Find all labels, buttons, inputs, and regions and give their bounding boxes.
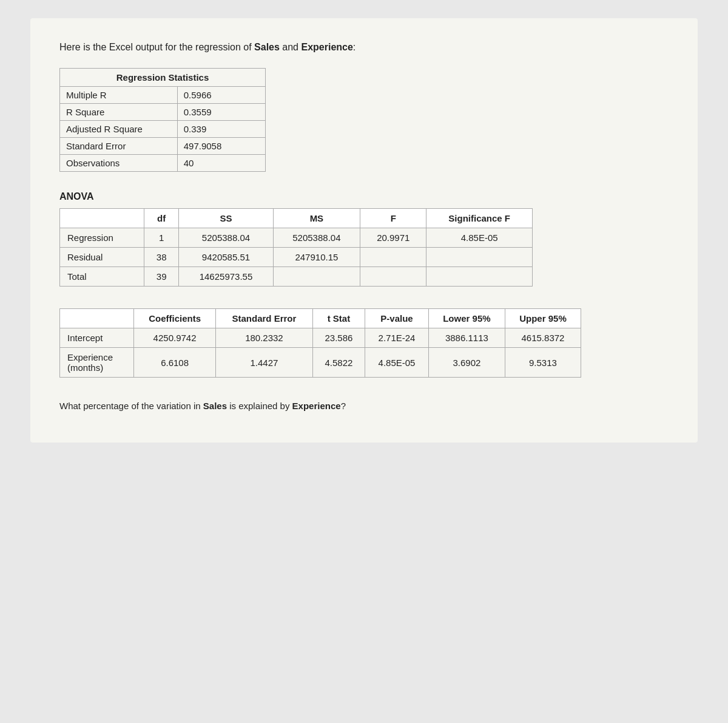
anova-cell: 5205388.04 — [179, 228, 273, 248]
intro-experience-bold: Experience — [301, 42, 352, 52]
footer-paragraph: What percentage of the variation in Sale… — [59, 399, 669, 413]
reg-stats-value: 0.3559 — [177, 104, 265, 121]
coefficients-table: CoefficientsStandard Errort StatP-valueL… — [59, 308, 581, 378]
intro-sales-bold: Sales — [254, 42, 280, 52]
anova-cell: 247910.15 — [273, 248, 360, 267]
reg-stats-value: 0.339 — [177, 121, 265, 138]
anova-row: Regression15205388.045205388.0420.99714.… — [60, 228, 533, 248]
coef-col-header: Lower 95% — [428, 309, 505, 328]
anova-cell: Residual — [60, 248, 144, 267]
reg-stats-row: Multiple R0.5966 — [60, 87, 266, 104]
coef-row: Experience(months)6.61081.44274.58224.85… — [60, 348, 581, 378]
coef-cell: 4.5822 — [312, 348, 365, 378]
coef-cell: 9.5313 — [505, 348, 581, 378]
coef-cell: 23.586 — [312, 328, 365, 348]
footer-sales-bold: Sales — [203, 401, 227, 411]
intro-text-before: Here is the Excel output for the regress… — [59, 42, 254, 52]
reg-stats-row: R Square0.3559 — [60, 104, 266, 121]
coef-cell: 3.6902 — [428, 348, 505, 378]
reg-stats-label: Multiple R — [60, 87, 178, 104]
coef-col-header: Standard Error — [216, 309, 313, 328]
anova-cell: 4.85E-05 — [426, 228, 533, 248]
page-container: Here is the Excel output for the regress… — [30, 18, 698, 443]
reg-stats-value: 40 — [177, 155, 265, 172]
anova-col-header: SS — [179, 209, 273, 228]
anova-col-header: Significance F — [426, 209, 533, 228]
coef-col-header: Coefficients — [133, 309, 215, 328]
anova-col-header: df — [144, 209, 178, 228]
anova-cell: 38 — [144, 248, 178, 267]
coef-cell: 6.6108 — [133, 348, 215, 378]
intro-text-middle: and — [280, 42, 302, 52]
anova-cell: 14625973.55 — [179, 267, 273, 287]
coef-col-header: t Stat — [312, 309, 365, 328]
intro-paragraph: Here is the Excel output for the regress… — [59, 40, 669, 55]
reg-stats-row: Adjusted R Square0.339 — [60, 121, 266, 138]
intro-text-after: : — [353, 42, 356, 52]
anova-label: ANOVA — [59, 191, 669, 202]
anova-cell: Total — [60, 267, 144, 287]
anova-table: dfSSMSFSignificance F Regression15205388… — [59, 208, 533, 287]
coef-cell: 4.85E-05 — [365, 348, 429, 378]
anova-cell: Regression — [60, 228, 144, 248]
anova-row: Residual389420585.51247910.15 — [60, 248, 533, 267]
anova-col-header: MS — [273, 209, 360, 228]
coef-cell: 1.4427 — [216, 348, 313, 378]
coef-col-header: P-value — [365, 309, 429, 328]
coef-col-header: Upper 95% — [505, 309, 581, 328]
coef-cell: Intercept — [60, 328, 134, 348]
anova-cell — [426, 248, 533, 267]
anova-cell: 1 — [144, 228, 178, 248]
reg-stats-label: R Square — [60, 104, 178, 121]
coef-cell: 180.2332 — [216, 328, 313, 348]
coef-cell: 2.71E-24 — [365, 328, 429, 348]
footer-text-before: What percentage of the variation in — [59, 401, 203, 411]
reg-stats-value: 497.9058 — [177, 138, 265, 155]
anova-cell — [360, 267, 426, 287]
coef-cell: Experience(months) — [60, 348, 134, 378]
coef-cell: 4615.8372 — [505, 328, 581, 348]
reg-stats-value: 0.5966 — [177, 87, 265, 104]
anova-col-header: F — [360, 209, 426, 228]
coef-row: Intercept4250.9742180.233223.5862.71E-24… — [60, 328, 581, 348]
anova-cell — [426, 267, 533, 287]
anova-col-header — [60, 209, 144, 228]
footer-text-middle: is explained by — [227, 401, 292, 411]
reg-stats-label: Observations — [60, 155, 178, 172]
reg-stats-label: Adjusted R Square — [60, 121, 178, 138]
regression-statistics-table: Regression StatisticsMultiple R0.5966R S… — [59, 68, 266, 172]
anova-cell: 20.9971 — [360, 228, 426, 248]
coef-cell: 3886.1113 — [428, 328, 505, 348]
anova-row: Total3914625973.55 — [60, 267, 533, 287]
anova-cell: 39 — [144, 267, 178, 287]
anova-cell: 5205388.04 — [273, 228, 360, 248]
footer-text-after: ? — [341, 401, 346, 411]
reg-stats-row: Standard Error497.9058 — [60, 138, 266, 155]
anova-cell — [360, 248, 426, 267]
coef-cell: 4250.9742 — [133, 328, 215, 348]
reg-stats-label: Standard Error — [60, 138, 178, 155]
footer-experience-bold: Experience — [292, 401, 341, 411]
reg-stats-header: Regression Statistics — [60, 69, 266, 87]
anova-cell — [273, 267, 360, 287]
coef-col-header — [60, 309, 134, 328]
reg-stats-row: Observations40 — [60, 155, 266, 172]
anova-cell: 9420585.51 — [179, 248, 273, 267]
